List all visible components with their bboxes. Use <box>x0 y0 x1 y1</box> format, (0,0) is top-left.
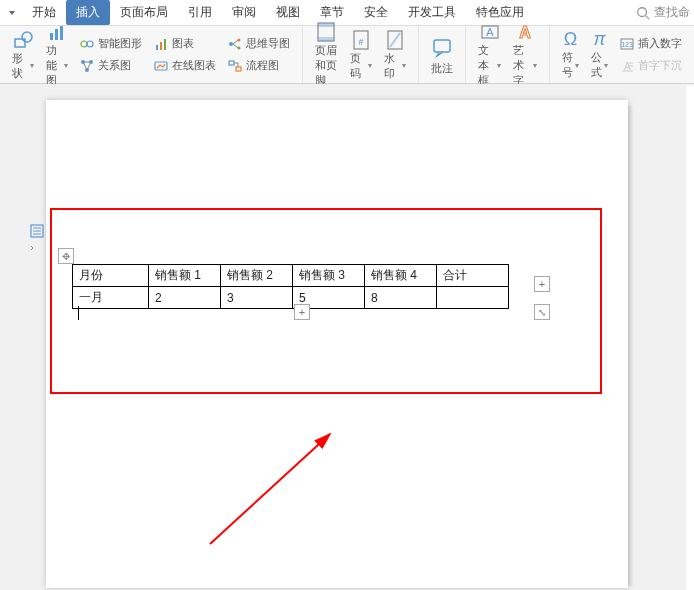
ribbon-group-annotate: 批注 <box>419 26 466 83</box>
page-shadow <box>628 106 634 586</box>
mindmap-icon <box>228 37 242 51</box>
drop-cap-button: A首字下沉 <box>616 56 686 76</box>
gutter <box>0 84 46 590</box>
svg-text:A: A <box>486 26 494 38</box>
svg-line-20 <box>233 44 238 48</box>
online-chart-button[interactable]: 在线图表 <box>150 56 220 76</box>
svg-rect-13 <box>160 42 162 50</box>
menu-page-layout[interactable]: 页面布局 <box>110 0 178 25</box>
flowchart-icon <box>228 59 242 73</box>
annotate-icon <box>431 36 453 58</box>
add-row-button[interactable]: + <box>294 304 310 320</box>
caret-icon: ▾ <box>604 61 608 70</box>
svg-point-8 <box>87 41 93 47</box>
svg-point-16 <box>229 42 233 46</box>
svg-rect-6 <box>60 26 63 40</box>
svg-rect-25 <box>318 37 334 41</box>
symbol-icon: Ω <box>564 29 577 50</box>
caret-icon: ▾ <box>497 61 501 70</box>
header-footer-button[interactable]: 页眉和页脚 <box>309 28 344 82</box>
table-cell[interactable]: 2 <box>149 287 221 309</box>
table-cell[interactable]: 销售额 2 <box>221 265 293 287</box>
flowchart-button[interactable]: 流程图 <box>224 56 294 76</box>
ribbon: 形状▾ 功能图▾ 智能图形 关系图 图表 在线图表 思维导图 流程图 页眉和页脚… <box>0 26 694 84</box>
table-row[interactable]: 月份 销售额 1 销售额 2 销售额 3 销售额 4 合计 <box>73 265 509 287</box>
svg-line-1 <box>646 15 650 19</box>
mindmap-button[interactable]: 思维导图 <box>224 34 294 54</box>
formula-icon: π <box>593 29 605 50</box>
table-resize-handle[interactable]: ⤡ <box>534 304 550 320</box>
svg-point-7 <box>81 41 87 47</box>
table-cell[interactable]: 月份 <box>73 265 149 287</box>
wordart-icon: A <box>514 21 536 43</box>
workspace: ✥ 月份 销售额 1 销售额 2 销售额 3 销售额 4 合计 一月 2 3 5… <box>0 84 686 590</box>
table-cell[interactable]: 一月 <box>73 287 149 309</box>
insert-number-button[interactable]: 123插入数字 <box>616 34 686 54</box>
watermark-button[interactable]: 水印▾ <box>378 28 412 82</box>
svg-rect-14 <box>164 39 166 50</box>
table-cell[interactable]: 销售额 1 <box>149 265 221 287</box>
caret-icon: ▾ <box>30 61 34 70</box>
table-move-handle[interactable]: ✥ <box>58 248 74 264</box>
table-cell[interactable]: 销售额 4 <box>365 265 437 287</box>
search-box[interactable]: 查找命 <box>636 4 694 21</box>
menu-review[interactable]: 审阅 <box>222 0 266 25</box>
relation-chart-icon <box>80 59 94 73</box>
table-cell[interactable]: 销售额 3 <box>293 265 365 287</box>
symbol-button[interactable]: Ω 符号▾ <box>556 28 585 82</box>
annotate-button[interactable]: 批注 <box>425 28 459 82</box>
caret-icon: ▾ <box>533 61 537 70</box>
table-cell[interactable] <box>437 287 509 309</box>
ribbon-group-headerfooter: 页眉和页脚 # 页码▾ 水印▾ <box>303 26 419 83</box>
insert-number-icon: 123 <box>620 37 634 51</box>
page-number-button[interactable]: # 页码▾ <box>344 28 378 82</box>
relation-chart-button[interactable]: 关系图 <box>76 56 146 76</box>
wordart-button[interactable]: A 艺术字▾ <box>507 28 543 82</box>
svg-rect-24 <box>318 23 334 27</box>
svg-rect-12 <box>156 45 158 50</box>
header-footer-icon <box>315 21 337 43</box>
textbox-icon: A <box>479 21 501 43</box>
svg-text:#: # <box>358 37 363 47</box>
menu-devtools[interactable]: 开发工具 <box>398 0 466 25</box>
smart-graphic-button[interactable]: 智能图形 <box>76 34 146 54</box>
svg-rect-4 <box>50 33 53 40</box>
search-placeholder: 查找命 <box>654 4 690 21</box>
ribbon-group-text: A 文本框▾ A 艺术字▾ <box>466 26 550 83</box>
file-menu-dropdown[interactable] <box>2 6 22 20</box>
menubar: 开始 插入 页面布局 引用 审阅 视图 章节 安全 开发工具 特色应用 查找命 <box>0 0 694 26</box>
chart-icon <box>154 37 168 51</box>
outline-toggle-icon[interactable] <box>30 224 46 255</box>
svg-point-0 <box>638 7 647 16</box>
function-chart-icon <box>46 21 68 43</box>
drop-cap-icon: A <box>620 59 634 73</box>
caret-icon: ▾ <box>575 61 579 70</box>
svg-rect-30 <box>434 40 450 52</box>
search-icon <box>636 6 650 20</box>
caret-icon: ▾ <box>402 61 406 70</box>
caret-icon: ▾ <box>64 61 68 70</box>
chart-button[interactable]: 图表 <box>150 34 220 54</box>
shapes-button[interactable]: 形状▾ <box>6 28 40 82</box>
menu-security[interactable]: 安全 <box>354 0 398 25</box>
menu-view[interactable]: 视图 <box>266 0 310 25</box>
ribbon-group-symbols: Ω 符号▾ π 公式▾ 123插入数字 A首字下沉 <box>550 26 694 83</box>
svg-line-29 <box>390 33 400 47</box>
menu-insert[interactable]: 插入 <box>66 0 110 25</box>
menu-references[interactable]: 引用 <box>178 0 222 25</box>
function-chart-button[interactable]: 功能图▾ <box>40 28 74 82</box>
document-page[interactable] <box>46 100 628 588</box>
add-column-button[interactable]: + <box>534 276 550 292</box>
watermark-icon <box>384 29 406 51</box>
table-cell[interactable]: 合计 <box>437 265 509 287</box>
page-number-icon: # <box>350 29 372 51</box>
table-row[interactable]: 一月 2 3 5 8 <box>73 287 509 309</box>
table-cell[interactable]: 3 <box>221 287 293 309</box>
smart-graphic-icon <box>80 37 94 51</box>
table-cell[interactable]: 8 <box>365 287 437 309</box>
formula-button[interactable]: π 公式▾ <box>585 28 614 82</box>
document-table[interactable]: 月份 销售额 1 销售额 2 销售额 3 销售额 4 合计 一月 2 3 5 8 <box>72 264 509 309</box>
textbox-button[interactable]: A 文本框▾ <box>472 28 508 82</box>
shapes-icon <box>12 29 34 51</box>
ribbon-group-shapes: 形状▾ 功能图▾ 智能图形 关系图 图表 在线图表 思维导图 流程图 <box>0 26 303 83</box>
